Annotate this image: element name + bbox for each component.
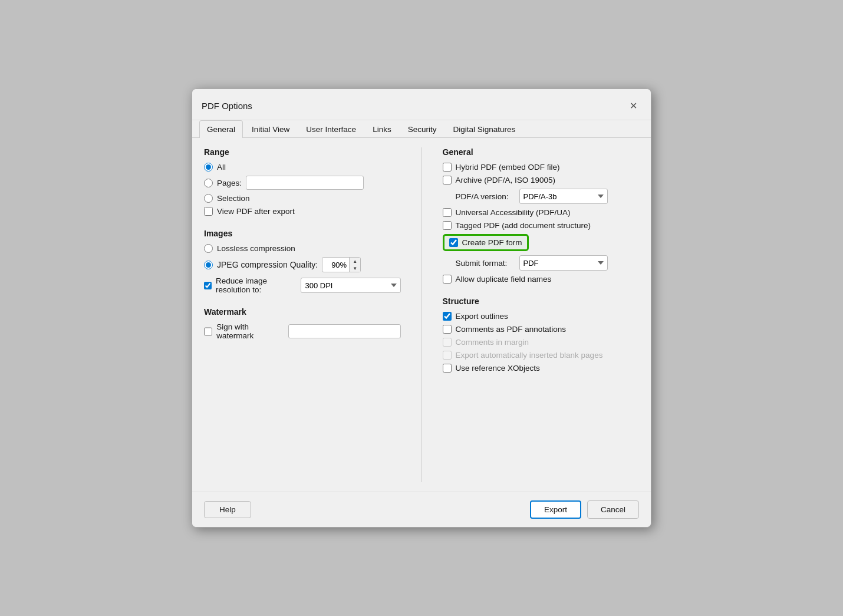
use-reference-label[interactable]: Use reference XObjects (456, 364, 540, 373)
range-all-label[interactable]: All (217, 163, 226, 172)
export-blank-row: Export automatically inserted blank page… (443, 351, 640, 360)
title-bar: PDF Options ✕ (192, 89, 651, 120)
quality-down-button[interactable]: ▼ (350, 265, 360, 272)
create-pdf-form-highlighted: Create PDF form (443, 234, 529, 251)
view-pdf-row: View PDF after export (204, 207, 401, 216)
tagged-pdf-checkbox[interactable] (443, 221, 452, 230)
submit-format-row: Submit format: PDF FDF HTML XML (456, 255, 640, 271)
archive-checkbox[interactable] (443, 176, 452, 185)
allow-duplicate-row: Allow duplicate field names (443, 275, 640, 284)
export-button[interactable]: Export (530, 500, 581, 519)
export-blank-label: Export automatically inserted blank page… (456, 351, 603, 360)
images-section: Images Lossless compression JPEG compres… (204, 229, 401, 294)
use-reference-row: Use reference XObjects (443, 364, 640, 373)
lossless-radio[interactable] (204, 244, 213, 253)
export-blank-checkbox (443, 351, 452, 360)
range-pages-radio[interactable] (204, 179, 213, 187)
footer-right: Export Cancel (530, 500, 639, 519)
range-all-radio[interactable] (204, 163, 213, 172)
submit-format-select[interactable]: PDF FDF HTML XML (519, 255, 608, 271)
lossless-label[interactable]: Lossless compression (217, 244, 295, 253)
right-panel: General Hybrid PDF (embed ODF file) Arch… (443, 147, 640, 482)
pdf-options-dialog: PDF Options ✕ General Initial View User … (192, 88, 651, 528)
left-panel: Range All Pages: Selection View PDF afte… (204, 147, 401, 482)
lossless-row: Lossless compression (204, 244, 401, 253)
reduce-resolution-row: Reduce image resolution to: 300 DPI 72 D… (204, 276, 401, 294)
pdf-version-label: PDF/A version: (456, 192, 515, 201)
comments-margin-row: Comments in margin (443, 338, 640, 347)
reduce-resolution-label[interactable]: Reduce image resolution to: (216, 276, 297, 294)
range-selection-row: Selection (204, 194, 401, 203)
watermark-title: Watermark (204, 307, 401, 317)
range-section: Range All Pages: Selection View PDF afte… (204, 147, 401, 216)
footer-left: Help (204, 501, 251, 518)
universal-accessibility-row: Universal Accessibility (PDF/UA) (443, 208, 640, 217)
reduce-resolution-checkbox[interactable] (204, 281, 212, 290)
hybrid-pdf-checkbox[interactable] (443, 163, 452, 172)
jpeg-radio[interactable] (204, 261, 213, 269)
resolution-select[interactable]: 300 DPI 72 DPI 96 DPI 150 DPI 600 DPI (301, 278, 400, 293)
comments-pdf-checkbox[interactable] (443, 325, 452, 334)
universal-accessibility-label[interactable]: Universal Accessibility (PDF/UA) (456, 208, 571, 217)
dialog-body: Range All Pages: Selection View PDF afte… (192, 138, 651, 492)
tagged-pdf-row: Tagged PDF (add document structure) (443, 221, 640, 230)
close-button[interactable]: ✕ (625, 97, 641, 114)
right-general-title: General (443, 147, 640, 157)
submit-format-label: Submit format: (456, 259, 515, 268)
jpeg-label[interactable]: JPEG compression Quality: (217, 260, 318, 269)
export-outlines-checkbox[interactable] (443, 312, 452, 321)
structure-section: Structure Export outlines Comments as PD… (443, 297, 640, 373)
hybrid-pdf-label[interactable]: Hybrid PDF (embed ODF file) (456, 163, 560, 172)
comments-margin-label: Comments in margin (456, 338, 529, 347)
images-title: Images (204, 229, 401, 238)
help-button[interactable]: Help (204, 501, 251, 518)
jpeg-row: JPEG compression Quality: ▲ ▼ (204, 257, 401, 272)
view-pdf-checkbox[interactable] (204, 207, 213, 216)
tab-initial-view[interactable]: Initial View (244, 120, 297, 138)
vertical-divider (422, 147, 422, 482)
sign-watermark-label[interactable]: Sign with watermark (216, 322, 284, 340)
range-pages-label[interactable]: Pages: (217, 179, 242, 187)
allow-duplicate-label[interactable]: Allow duplicate field names (456, 275, 552, 284)
quality-spinners: ▲ ▼ (349, 258, 360, 272)
sign-watermark-checkbox[interactable] (204, 327, 212, 336)
range-selection-label[interactable]: Selection (217, 194, 250, 203)
range-pages-row: Pages: (204, 176, 401, 190)
export-outlines-label[interactable]: Export outlines (456, 312, 508, 321)
comments-pdf-label[interactable]: Comments as PDF annotations (456, 325, 567, 334)
tab-security[interactable]: Security (400, 120, 444, 138)
quality-up-button[interactable]: ▲ (350, 258, 360, 265)
create-pdf-form-checkbox[interactable] (449, 238, 458, 247)
archive-row: Archive (PDF/A, ISO 19005) (443, 176, 640, 185)
dialog-footer: Help Export Cancel (192, 492, 651, 527)
view-pdf-label[interactable]: View PDF after export (217, 207, 295, 216)
comments-margin-checkbox (443, 338, 452, 347)
structure-title: Structure (443, 297, 640, 306)
tab-general[interactable]: General (199, 120, 243, 138)
pages-input[interactable] (246, 176, 364, 190)
dialog-title: PDF Options (202, 101, 252, 111)
comments-pdf-row: Comments as PDF annotations (443, 325, 640, 334)
quality-input[interactable] (322, 261, 349, 269)
sign-watermark-row: Sign with watermark (204, 322, 401, 340)
watermark-section: Watermark Sign with watermark (204, 307, 401, 340)
tab-links[interactable]: Links (365, 120, 399, 138)
universal-accessibility-checkbox[interactable] (443, 208, 452, 217)
tab-digital-signatures[interactable]: Digital Signatures (445, 120, 523, 138)
quality-input-wrap: ▲ ▼ (322, 257, 361, 272)
watermark-text-input[interactable] (288, 324, 400, 338)
allow-duplicate-checkbox[interactable] (443, 275, 452, 284)
use-reference-checkbox[interactable] (443, 364, 452, 373)
range-all-row: All (204, 163, 401, 172)
tab-bar: General Initial View User Interface Link… (192, 120, 651, 138)
archive-label[interactable]: Archive (PDF/A, ISO 19005) (456, 176, 556, 185)
range-selection-radio[interactable] (204, 194, 213, 203)
hybrid-pdf-row: Hybrid PDF (embed ODF file) (443, 163, 640, 172)
pdf-version-select[interactable]: PDF/A-3b PDF/A-1b PDF/A-2b (519, 189, 608, 204)
tab-user-interface[interactable]: User Interface (298, 120, 364, 138)
cancel-button[interactable]: Cancel (587, 500, 639, 519)
range-title: Range (204, 147, 401, 157)
tagged-pdf-label[interactable]: Tagged PDF (add document structure) (456, 221, 591, 230)
create-pdf-form-label[interactable]: Create PDF form (462, 238, 522, 247)
pdf-version-row: PDF/A version: PDF/A-3b PDF/A-1b PDF/A-2… (456, 189, 640, 204)
